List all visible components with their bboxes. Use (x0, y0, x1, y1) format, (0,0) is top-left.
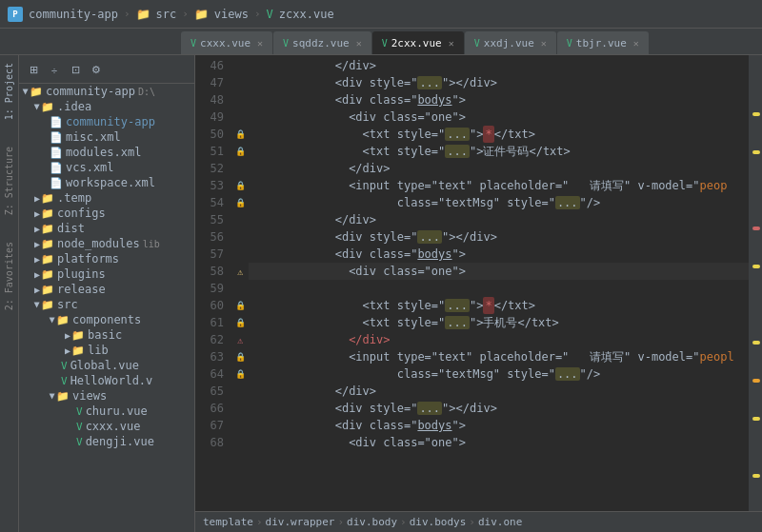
tab-close-icon[interactable]: ✕ (356, 38, 362, 49)
sidebar-item-lib[interactable]: ▶ 📁 lib (19, 343, 194, 358)
tab-close-icon[interactable]: ✕ (449, 38, 454, 49)
code-area[interactable]: 4647484950 5152535455 5657585960 6162636… (195, 55, 762, 511)
sidebar-item-modules[interactable]: 📄 modules.xml (19, 145, 194, 160)
sidebar-item-src[interactable]: ▶ 📁 src (19, 297, 194, 312)
sidebar-item-plugins[interactable]: ▶ 📁 plugins (19, 266, 194, 282)
sidebar-item-temp[interactable]: ▶ 📁 .temp (19, 190, 194, 206)
tab-vue-icon: V (567, 38, 572, 49)
sidebar-item-dist[interactable]: ▶ 📁 dist (19, 221, 194, 236)
arrow-icon: ▶ (48, 317, 58, 323)
lib-badge: lib (143, 239, 160, 249)
lock-icon: 🔒 (235, 181, 246, 190)
sidebar-item-components[interactable]: ▶ 📁 components (19, 312, 194, 327)
status-div-one[interactable]: div.one (478, 516, 522, 528)
sidebar-settings-btn[interactable]: ÷ (46, 62, 63, 79)
sidebar-item-community-app-file[interactable]: 📄 community-app (19, 114, 194, 129)
arrow-icon: ▶ (48, 393, 58, 399)
panel-favorites[interactable]: 2: Favorites (2, 238, 16, 314)
tab-2cxx[interactable]: V 2cxx.vue ✕ (372, 31, 464, 54)
sidebar-label: workspace.xml (66, 176, 155, 189)
status-breadcrumb: template › div.wrapper › div.body › div.… (203, 516, 522, 528)
code-line: <txt style="...">手机号</txt> (249, 314, 749, 331)
code-line: <div class="bodys"> (249, 91, 749, 108)
vue-icon: V (76, 436, 83, 448)
arrow-icon: ▶ (32, 104, 43, 109)
lock-icon: 🔒 (235, 129, 246, 139)
code-line: class="textMsg" style="..."/> (249, 194, 749, 211)
code-line (249, 280, 749, 297)
sidebar-item-release[interactable]: ▶ 📁 release (19, 282, 194, 297)
panel-structure[interactable]: Z: Structure (2, 143, 16, 219)
sidebar-item-workspace[interactable]: 📄 workspace.xml (19, 175, 194, 190)
sidebar-item-helloworld[interactable]: V HelloWorld.v (19, 373, 194, 388)
lock-icon: 🔒 (235, 318, 246, 327)
tab-sqddz[interactable]: V sqddz.vue ✕ (273, 31, 371, 54)
sidebar-item-dengji[interactable]: V dengji.vue (19, 434, 194, 449)
sidebar-refresh-btn[interactable]: ⊡ (67, 62, 84, 79)
folder-icon: 📁 (56, 390, 70, 403)
tab-close-icon[interactable]: ✕ (541, 38, 547, 49)
sidebar-label: release (57, 283, 106, 296)
tab-xxdj[interactable]: V xxdj.vue ✕ (465, 31, 556, 54)
sidebar-collapse-btn[interactable]: ⊞ (25, 62, 42, 79)
sidebar-item-misc[interactable]: 📄 misc.xml (19, 129, 194, 145)
scroll-indicator (752, 341, 760, 345)
tab-close-icon[interactable]: ✕ (257, 38, 263, 49)
sidebar-item-root[interactable]: ▶ 📁 community-app D:\ (19, 84, 194, 99)
main-area: 1: Project Z: Structure 2: Favorites ⊞ ÷… (0, 55, 762, 532)
right-scrollbar-gutter[interactable] (749, 55, 762, 511)
views-label: views (214, 8, 249, 21)
scroll-indicator (752, 417, 760, 421)
folder-icon: 📁 (41, 192, 54, 205)
sidebar-label: churu.vue (86, 404, 148, 418)
folder-icon: 📁 (41, 101, 54, 113)
tab-vue-icon: V (382, 38, 388, 49)
lock-icon: 🔒 (235, 301, 246, 310)
sidebar-item-platforms[interactable]: ▶ 📁 platforms (19, 251, 194, 266)
breadcrumb-sep-2: › (182, 8, 189, 20)
code-line: <div class="one"> (249, 434, 749, 451)
tab-tbjr[interactable]: V tbjr.vue ✕ (557, 31, 649, 54)
sidebar-item-churu[interactable]: V churu.vue (19, 404, 194, 419)
status-template[interactable]: template (203, 516, 253, 528)
status-div-body[interactable]: div.body (347, 516, 397, 528)
tab-label: cxxx.vue (200, 37, 251, 49)
sidebar-gear-btn[interactable]: ⚙ (88, 62, 105, 79)
sidebar-label: views (72, 389, 107, 403)
tab-label: xxdj.vue (484, 37, 534, 49)
sidebar-item-node-modules[interactable]: ▶ 📁 node_modules lib (19, 236, 194, 251)
sidebar-item-views[interactable]: ▶ 📁 views (19, 388, 194, 404)
sidebar-item-global-vue[interactable]: V Global.vue (19, 358, 194, 373)
sidebar-item-configs[interactable]: ▶ 📁 configs (19, 206, 194, 221)
sidebar-item-basic[interactable]: ▶ 📁 basic (19, 327, 194, 343)
line-numbers: 4647484950 5152535455 5657585960 6162636… (195, 55, 231, 511)
folder-icon: 📁 (71, 329, 85, 342)
code-line: <txt style="...">*</txt> (249, 126, 749, 143)
sidebar-item-idea[interactable]: ▶ 📁 .idea (19, 99, 194, 114)
sidebar-label: vcs.xml (66, 161, 114, 174)
tab-bar: V cxxx.vue ✕ V sqddz.vue ✕ V 2cxx.vue ✕ … (0, 29, 762, 55)
sidebar-label: configs (57, 207, 106, 220)
code-line: <div style="..."></div> (249, 400, 749, 417)
top-bar: P community-app › 📁 src › 📁 views › V zc… (0, 0, 762, 29)
status-sep: › (400, 516, 407, 528)
tab-cxxx[interactable]: V cxxx.vue ✕ (181, 31, 272, 54)
sidebar-item-cxxx[interactable]: V cxxx.vue (19, 419, 194, 434)
arrow-icon: ▶ (34, 239, 40, 249)
code-line: <div class="bodys"> (249, 417, 749, 434)
code-editor[interactable]: </div> <div style="..."></div> <div clas… (249, 55, 749, 511)
panel-project[interactable]: 1: Project (2, 59, 16, 124)
status-div-wrapper[interactable]: div.wrapper (266, 516, 335, 528)
tab-close-icon[interactable]: ✕ (633, 38, 639, 49)
code-line: <txt style="...">*</txt> (249, 297, 749, 314)
status-div-bodys[interactable]: div.bodys (410, 516, 467, 528)
code-line: </div> (249, 211, 749, 228)
lock-icon: 🔒 (235, 147, 246, 156)
sidebar-label: dengji.vue (86, 435, 154, 448)
sidebar-label: components (72, 313, 141, 326)
code-line-selected: <div class="one"> (249, 263, 749, 280)
sidebar-item-vcs[interactable]: 📄 vcs.xml (19, 160, 194, 175)
arrow-icon: ▶ (34, 285, 40, 295)
tab-vue-icon: V (283, 38, 289, 49)
folder-icon: 📁 (71, 345, 85, 357)
